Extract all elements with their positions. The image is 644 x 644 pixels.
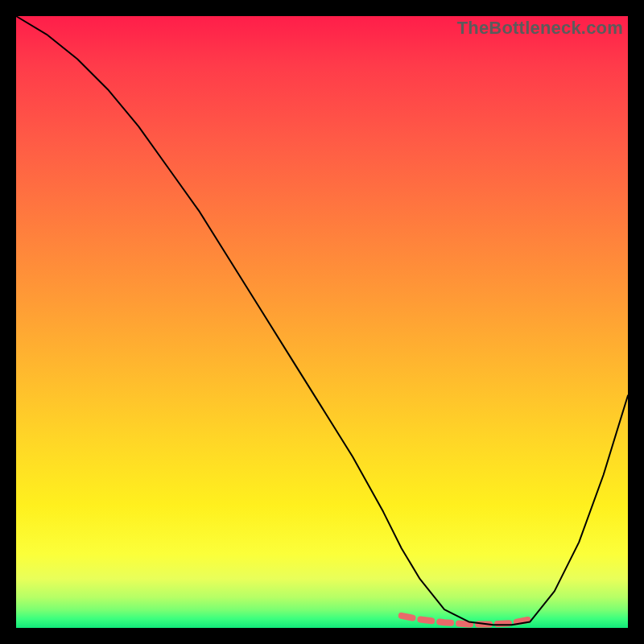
chart-frame: TheBottleneck.com [16, 16, 628, 628]
bottleneck-curve [16, 16, 628, 625]
curve-layer [16, 16, 628, 628]
